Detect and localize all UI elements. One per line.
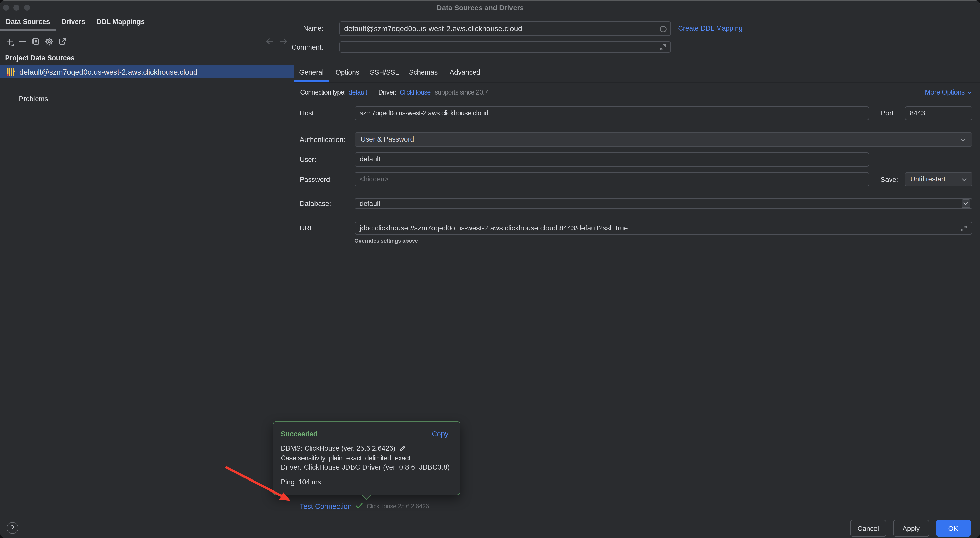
cancel-button[interactable]: Cancel	[850, 520, 886, 537]
chevron-down-icon	[967, 90, 972, 95]
help-button[interactable]: ?	[6, 522, 18, 534]
pencil-icon	[399, 445, 406, 452]
tab-schemas-label: Schemas	[409, 68, 438, 76]
password-placeholder: <hidden>	[360, 175, 388, 183]
tab-data-sources-label: Data Sources	[6, 18, 50, 26]
chevron-down-icon	[963, 201, 968, 206]
database-combobox[interactable]: default	[355, 198, 972, 209]
balloon-copy-link[interactable]: Copy	[432, 430, 449, 438]
add-data-source-button[interactable]	[5, 37, 15, 48]
balloon-case-line: Case sensitivity: plain=exact, delimited…	[281, 454, 410, 462]
save-chevron	[961, 177, 967, 182]
more-options-link[interactable]: More Options	[925, 88, 972, 96]
left-tabstrip-border	[0, 30, 294, 31]
remove-icon	[18, 37, 27, 46]
edit-dbms-icon[interactable]	[399, 445, 406, 452]
screenshot-stage: Data Sources and Drivers Data Sources Dr…	[0, 0, 980, 538]
duplicate-data-source-button[interactable]	[32, 37, 40, 46]
connection-type-label: Connection type:	[300, 88, 346, 96]
name-label: Name:	[256, 24, 323, 32]
connection-type-row: Connection type: default Driver: ClickHo…	[300, 88, 488, 96]
name-input[interactable]: default@szm7oqed0o.us-west-2.aws.clickho…	[339, 21, 671, 35]
driver-note: supports since 20.7	[434, 88, 488, 96]
create-ddl-mapping-link[interactable]: Create DDL Mapping	[678, 24, 743, 32]
name-value: default@szm7oqed0o.us-west-2.aws.clickho…	[344, 24, 522, 33]
more-options-label: More Options	[925, 88, 965, 96]
tab-advanced-label: Advanced	[450, 68, 480, 76]
database-dropdown-button[interactable]	[961, 199, 970, 208]
problems-section[interactable]: Problems	[19, 95, 48, 103]
balloon-status: Succeeded	[281, 430, 318, 438]
password-input[interactable]: <hidden>	[355, 172, 869, 186]
driver-value[interactable]: ClickHouse	[399, 88, 431, 96]
remove-data-source-button[interactable]	[18, 37, 27, 46]
save-label: Save:	[881, 175, 898, 183]
tab-general-label: General	[299, 68, 324, 76]
driver-label: Driver:	[379, 88, 396, 96]
password-label: Password:	[300, 175, 332, 183]
gear-icon	[45, 37, 54, 46]
url-label: URL:	[300, 224, 315, 232]
success-check-icon	[356, 503, 363, 509]
titlebar: Data Sources and Drivers	[0, 0, 980, 15]
chevron-down-icon	[961, 177, 967, 182]
tab-advanced[interactable]: Advanced	[444, 65, 486, 80]
left-panel-divider	[0, 83, 294, 83]
user-value: default	[360, 156, 380, 163]
authentication-chevron	[960, 137, 966, 143]
window-title: Data Sources and Drivers	[0, 3, 961, 12]
ok-button[interactable]: OK	[936, 520, 970, 537]
authentication-value: User & Password	[361, 136, 414, 143]
user-label: User:	[300, 156, 316, 163]
authentication-label: Authentication:	[300, 136, 345, 143]
comment-input[interactable]	[339, 41, 671, 53]
open-in-new-window-icon	[58, 37, 67, 46]
tab-drivers-label: Drivers	[61, 18, 85, 26]
url-value: jdbc:clickhouse://szm7oqed0o.us-west-2.a…	[360, 224, 628, 232]
apply-button[interactable]: Apply	[893, 520, 929, 537]
data-sources-dialog: Data Sources and Drivers Data Sources Dr…	[0, 0, 980, 538]
right-tabstrip-border	[294, 82, 980, 83]
tab-drivers[interactable]: Drivers	[56, 15, 91, 29]
expand-comment-icon[interactable]	[659, 44, 666, 51]
port-value: 8443	[910, 109, 925, 117]
balloon-dbms-line: DBMS: ClickHouse (ver. 25.6.2.6426)	[281, 444, 396, 453]
tab-data-sources[interactable]: Data Sources	[0, 15, 56, 29]
host-label: Host:	[300, 109, 316, 117]
selected-tab-underline	[0, 29, 56, 30]
tab-general[interactable]: General	[294, 65, 329, 80]
chevron-down-icon	[960, 137, 966, 143]
tab-ssh-ssl[interactable]: SSH/SSL	[366, 65, 403, 80]
data-source-settings-button[interactable]	[45, 37, 54, 46]
host-input[interactable]: szm7oqed0o.us-west-2.aws.clickhouse.clou…	[355, 106, 869, 120]
tab-options-label: Options	[336, 68, 359, 76]
open-in-new-window-button[interactable]	[58, 37, 67, 46]
comment-label: Comment:	[256, 43, 323, 51]
save-select[interactable]: Until restart	[905, 172, 972, 186]
data-source-list-item[interactable]: default@szm7oqed0o.us-west-2.aws.clickho…	[0, 65, 294, 78]
regenerate-name-icon[interactable]	[659, 25, 667, 32]
balloon-driver-line: Driver: ClickHouse JDBC Driver (ver. 0.8…	[281, 463, 450, 471]
test-connection-result: ClickHouse 25.6.2.6426	[367, 503, 429, 509]
footer-separator	[0, 514, 980, 514]
save-value: Until restart	[910, 175, 945, 183]
host-value: szm7oqed0o.us-west-2.aws.clickhouse.clou…	[360, 109, 488, 117]
tab-options[interactable]: Options	[330, 65, 365, 80]
balloon-ping-line: Ping: 104 ms	[281, 478, 321, 486]
tab-schemas[interactable]: Schemas	[404, 65, 442, 80]
tab-ssh-ssl-label: SSH/SSL	[370, 68, 399, 76]
authentication-select[interactable]: User & Password	[355, 132, 972, 146]
tab-ddl-mappings[interactable]: DDL Mappings	[91, 15, 151, 29]
sync-circle-icon	[659, 25, 667, 32]
port-input[interactable]: 8443	[905, 106, 972, 120]
expand-url-icon[interactable]	[960, 225, 967, 232]
url-note: Overrides settings above	[354, 237, 418, 244]
url-input[interactable]: jdbc:clickhouse://szm7oqed0o.us-west-2.a…	[355, 221, 972, 234]
test-connection-link[interactable]: Test Connection	[300, 502, 352, 510]
connection-type-value[interactable]: default	[349, 88, 367, 96]
port-label: Port:	[881, 109, 896, 117]
database-label: Database:	[300, 200, 331, 207]
user-input[interactable]: default	[355, 152, 869, 166]
duplicate-icon	[32, 37, 40, 46]
project-data-sources-heading: Project Data Sources	[5, 54, 75, 62]
